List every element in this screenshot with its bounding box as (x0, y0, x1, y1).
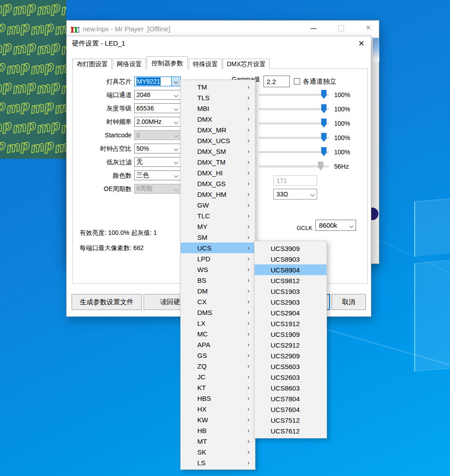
tab-网络设置[interactable]: 网络设置 (113, 59, 146, 69)
menu-item-UCS7604[interactable]: UCS7604 (255, 404, 327, 415)
window-scroll-strip[interactable] (373, 38, 379, 62)
menu-item-UCS7804[interactable]: UCS7804 (255, 393, 327, 404)
menu-item-CX[interactable]: CX› (181, 296, 255, 307)
close-icon[interactable]: ✕ (365, 24, 371, 32)
menu-item-UCS2603[interactable]: UCS2603 (255, 372, 327, 382)
menu-item-label: UCS1909 (271, 331, 300, 338)
menu-item-DMX_GS[interactable]: DMX_GS› (181, 178, 255, 189)
dialog-titlebar[interactable]: 硬件设置 - LED_1 ✕ (67, 36, 371, 51)
cancel-button[interactable]: 取消 (331, 294, 366, 310)
menu-item-DMX_SM[interactable]: DMX_SM› (181, 146, 255, 157)
menu-item-GW[interactable]: GW› (181, 200, 255, 210)
menu-item-label: SM (197, 234, 208, 241)
form-label-灰度等级: 灰度等级 (79, 105, 132, 113)
menu-item-TM[interactable]: TM› (181, 81, 255, 92)
menu-item-KT[interactable]: KT› (181, 382, 255, 393)
menu-item-MC[interactable]: MC› (181, 328, 255, 339)
menu-item-label: DMX_SM (197, 148, 226, 155)
maximize-icon[interactable] (338, 26, 344, 31)
menu-item-UCS8904[interactable]: UCS8904 (255, 264, 327, 275)
combo-灯具芯片[interactable]: MY9221 (134, 76, 181, 86)
current-value-input[interactable]: 171 (273, 175, 317, 186)
combo-OE周期数[interactable]: 8周期 (134, 184, 181, 194)
menu-item-MT[interactable]: MT› (181, 436, 255, 446)
menu-item-MBI[interactable]: MBI› (181, 103, 255, 114)
combo-低灰过滤[interactable]: 无 (134, 157, 181, 167)
main-titlebar[interactable]: m new.lnpx - Mr Player [Offline] ✕ (67, 21, 379, 38)
menu-item-UCS2904[interactable]: UCS2904 (255, 307, 327, 318)
menu-item-UCS2909[interactable]: UCS2909 (255, 350, 327, 361)
slider-track[interactable] (259, 94, 329, 96)
menu-item-DMX[interactable]: DMX› (181, 114, 255, 124)
submenu-arrow-icon: › (247, 373, 250, 380)
submenu-arrow-icon: › (247, 330, 250, 337)
tab-DMX芯片设置[interactable]: DMX芯片设置 (223, 59, 270, 69)
menu-item-DMS[interactable]: DMS› (181, 307, 255, 318)
menu-item-GS[interactable]: GS› (181, 350, 255, 361)
menu-item-LPD[interactable]: LPD› (181, 253, 255, 264)
dialog-close-icon[interactable]: ✕ (358, 39, 365, 48)
menu-item-LS[interactable]: LS› (181, 457, 255, 468)
menu-item-UCS3909[interactable]: UCS3909 (255, 243, 327, 254)
menu-item-SM[interactable]: SM› (181, 232, 255, 242)
chevron-down-icon (174, 133, 178, 138)
max-pixels-info: 每端口最大像素数: 682 (80, 244, 144, 252)
menu-item-KW[interactable]: KW› (181, 414, 255, 425)
menu-item-label: UCS2904 (271, 309, 300, 317)
combo-灰度等级[interactable]: 65536 (134, 103, 181, 113)
combo-dropdown-button[interactable] (171, 77, 180, 86)
menu-item-UCS2912[interactable]: UCS2912 (255, 340, 327, 350)
gamma-input[interactable]: 2.2 (263, 76, 290, 87)
menu-item-TLC[interactable]: TLC› (181, 210, 255, 221)
menu-item-LX[interactable]: LX› (181, 318, 255, 328)
menu-item-UCS8603[interactable]: UCS8603 (255, 382, 327, 393)
menu-item-DMX_MR[interactable]: DMX_MR› (181, 124, 255, 135)
menu-item-DMX_TM[interactable]: DMX_TM› (181, 157, 255, 167)
menu-item-UCS7512[interactable]: UCS7512 (255, 415, 327, 425)
menu-item-UCS1909[interactable]: UCS1909 (255, 329, 327, 340)
combo-颜色数[interactable]: 三色 (134, 170, 181, 180)
slider-track[interactable] (259, 108, 329, 110)
tab-特殊设置[interactable]: 特殊设置 (189, 59, 222, 69)
menu-item-UCS1912[interactable]: UCS1912 (255, 318, 327, 329)
combo-端口通道[interactable]: 2048 (134, 90, 181, 100)
menu-item-UCS7612[interactable]: UCS7612 (255, 425, 327, 436)
slider-track[interactable] (259, 137, 329, 139)
combo-Startcode[interactable]: 0 (134, 130, 181, 140)
menu-item-WS[interactable]: WS› (181, 264, 255, 275)
menu-item-MY[interactable]: MY› (181, 221, 255, 232)
menu-item-UCS[interactable]: UCS› (181, 242, 255, 253)
menu-item-DM[interactable]: DM› (181, 285, 255, 296)
tab-控制器参数[interactable]: 控制器参数 (147, 56, 188, 69)
menu-item-TLS[interactable]: TLS› (181, 92, 255, 103)
combo-时钟占空比[interactable]: 50% (134, 144, 181, 153)
menu-item-HX[interactable]: HX› (181, 404, 255, 414)
minimize-icon[interactable] (310, 28, 317, 29)
menu-item-DMX_HI[interactable]: DMX_HI› (181, 167, 255, 178)
menu-item-HBS[interactable]: HBS› (181, 393, 255, 404)
submenu-arrow-icon: › (247, 448, 250, 455)
menu-item-HB[interactable]: HB› (181, 425, 255, 436)
menu-item-UCS9812[interactable]: UCS9812 (255, 275, 327, 286)
menu-item-UCS1903[interactable]: UCS1903 (255, 286, 327, 297)
gclk-select[interactable]: 8600k (315, 220, 356, 231)
menu-item-JC[interactable]: JC› (181, 371, 255, 382)
combo-时钟频率[interactable]: 2.00MHz (134, 117, 181, 127)
generate-config-file-button[interactable]: 生成参数设置文件 (72, 294, 142, 310)
menu-item-UCS8903[interactable]: UCS8903 (255, 254, 327, 264)
menu-item-DMX_UCS[interactable]: DMX_UCS› (181, 135, 255, 146)
menu-item-BS[interactable]: BS› (181, 275, 255, 285)
slider-track[interactable] (259, 123, 329, 124)
slider-track[interactable] (259, 151, 329, 153)
menu-item-label: DMX_TM (197, 158, 225, 166)
menu-item-DMX_HM[interactable]: DMX_HM› (181, 189, 255, 200)
menu-item-UCS2903[interactable]: UCS2903 (255, 297, 327, 307)
impedance-select[interactable]: 33Ω (273, 189, 317, 200)
independent-channels-checkbox[interactable] (294, 78, 300, 85)
combo-value: 65536 (136, 105, 154, 112)
tab-布灯图设置[interactable]: 布灯图设置 (72, 59, 112, 69)
menu-item-ZQ[interactable]: ZQ› (181, 361, 255, 371)
menu-item-SK[interactable]: SK› (181, 446, 255, 457)
menu-item-UCS5603[interactable]: UCS5603 (255, 361, 327, 372)
menu-item-APA[interactable]: APA› (181, 339, 255, 350)
